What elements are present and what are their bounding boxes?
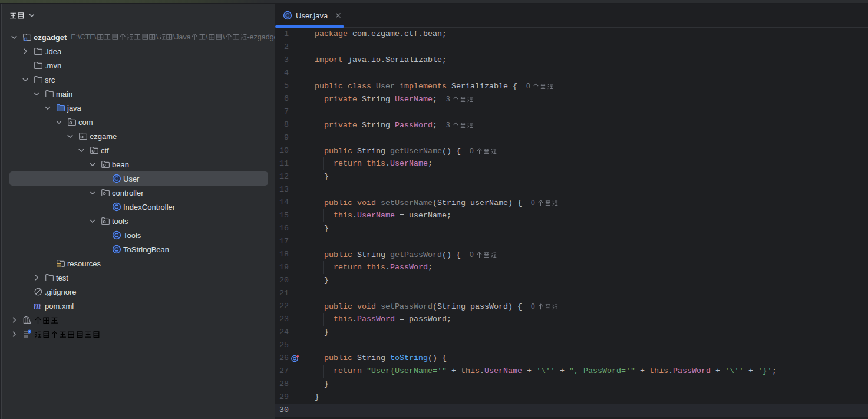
svg-text:m: m — [34, 301, 41, 311]
